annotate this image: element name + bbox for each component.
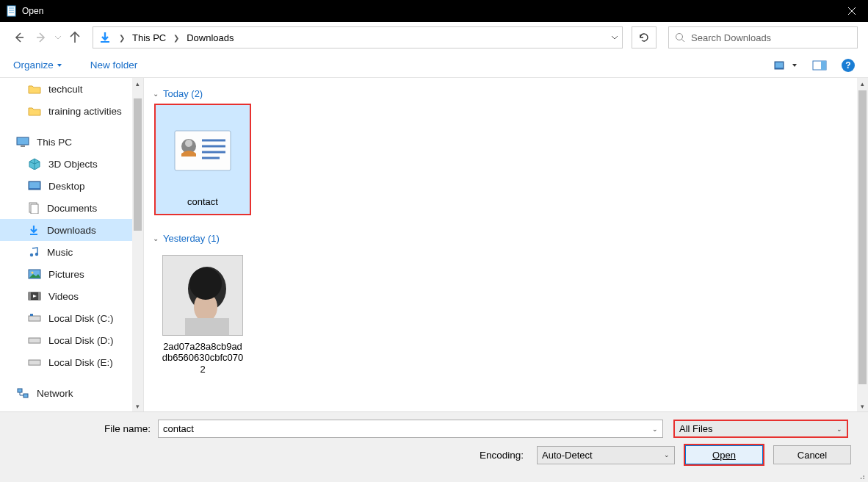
svg-rect-29: [38, 292, 40, 300]
sidebar-scrollbar[interactable]: ▴ ▾: [132, 78, 143, 411]
svg-rect-17: [21, 145, 25, 147]
recent-locations-button[interactable]: [54, 29, 62, 46]
sidebar-item-network[interactable]: Network: [0, 382, 132, 404]
image-thumbnail: [162, 255, 243, 336]
back-button[interactable]: [10, 29, 28, 46]
scroll-down-icon[interactable]: ▾: [857, 400, 868, 411]
desktop-icon: [28, 181, 41, 191]
svg-rect-31: [30, 314, 33, 316]
svg-rect-13: [775, 62, 783, 68]
close-button[interactable]: [835, 0, 868, 22]
group-header-today[interactable]: ⌄ Today (2): [153, 88, 851, 99]
scroll-down-icon[interactable]: ▾: [132, 400, 143, 411]
sidebar-item-downloads[interactable]: Downloads: [0, 219, 132, 241]
pictures-icon: [28, 269, 41, 279]
help-button[interactable]: ?: [842, 59, 855, 72]
breadcrumb-current[interactable]: Downloads: [187, 32, 234, 43]
svg-rect-15: [821, 61, 826, 70]
svg-rect-33: [29, 360, 40, 365]
svg-point-38: [185, 140, 192, 147]
filetype-select[interactable]: All Files ⌄: [673, 420, 848, 438]
file-item-contact[interactable]: contact: [156, 105, 250, 214]
resize-grip-icon[interactable]: ⣠: [859, 470, 866, 480]
chevron-down-icon: ⌄: [153, 234, 159, 242]
arrow-left-icon: [12, 31, 26, 44]
forward-button[interactable]: [32, 29, 50, 46]
scroll-up-icon[interactable]: ▴: [132, 78, 143, 89]
refresh-icon: [638, 32, 650, 43]
organize-button[interactable]: Organize: [13, 60, 62, 71]
sidebar-item-folder[interactable]: techcult: [0, 78, 132, 100]
filename-input[interactable]: contact ⌄: [158, 420, 663, 438]
breadcrumb-root[interactable]: This PC: [132, 32, 166, 43]
svg-rect-16: [17, 137, 29, 145]
scroll-up-icon[interactable]: ▴: [857, 78, 868, 89]
svg-line-11: [682, 40, 685, 43]
content-scrollbar[interactable]: ▴ ▾: [857, 78, 868, 411]
search-input[interactable]: Search Downloads: [668, 26, 858, 48]
sidebar-item-documents[interactable]: Documents: [0, 197, 132, 219]
view-button[interactable]: [774, 60, 798, 71]
sidebar-item-videos[interactable]: Videos: [0, 285, 132, 307]
svg-rect-35: [23, 394, 28, 398]
svg-rect-32: [29, 338, 40, 343]
sidebar-item-folder[interactable]: training activities: [0, 100, 132, 122]
sidebar-item-this-pc[interactable]: This PC: [0, 131, 132, 153]
sidebar-item-desktop[interactable]: Desktop: [0, 175, 132, 197]
breadcrumb-dropdown[interactable]: [607, 34, 622, 41]
file-item-photo[interactable]: 2ad07a28a8cb9addb6560630cbfc0702: [156, 250, 250, 381]
disk-icon: [28, 357, 41, 367]
search-placeholder: Search Downloads: [691, 32, 771, 43]
chevron-down-icon: [611, 34, 618, 41]
view-icon: [774, 60, 789, 71]
file-label: contact: [184, 195, 221, 214]
cube-icon: [28, 158, 41, 170]
chevron-down-icon: [54, 34, 62, 41]
chevron-right-icon: ❯: [170, 34, 182, 42]
caret-down-icon: [57, 62, 62, 68]
chevron-right-icon: ❯: [116, 34, 128, 42]
file-list[interactable]: ⌄ Today (2): [144, 78, 857, 411]
sidebar-item-pictures[interactable]: Pictures: [0, 263, 132, 285]
scrollbar-thumb[interactable]: [134, 98, 142, 231]
window-title: Open: [22, 6, 835, 16]
filename-label: File name:: [15, 423, 158, 434]
encoding-select[interactable]: Auto-Detect ⌄: [537, 446, 675, 464]
new-folder-button[interactable]: New folder: [90, 60, 138, 71]
preview-pane-button[interactable]: [812, 60, 827, 71]
notepad-icon: [6, 5, 18, 17]
svg-rect-34: [18, 389, 22, 392]
toolbar: Organize New folder ?: [0, 54, 868, 77]
svg-rect-30: [29, 316, 40, 321]
sidebar: techcult training activities This PC 3D …: [0, 78, 132, 411]
group-header-yesterday[interactable]: ⌄ Yesterday (1): [153, 233, 851, 244]
preview-icon: [812, 60, 827, 71]
computer-icon: [16, 137, 29, 147]
sidebar-item-disk-d[interactable]: Local Disk (D:): [0, 329, 132, 351]
downloads-icon: [98, 31, 112, 44]
svg-point-47: [189, 267, 222, 300]
breadcrumb[interactable]: ❯ This PC ❯ Downloads: [93, 26, 623, 48]
up-button[interactable]: [66, 29, 84, 46]
sidebar-item-disk-e[interactable]: Local Disk (E:): [0, 351, 132, 373]
navbar: ❯ This PC ❯ Downloads Search Downloads: [0, 22, 868, 54]
help-icon: ?: [845, 60, 850, 71]
svg-point-24: [35, 253, 38, 256]
arrow-up-icon: [68, 31, 82, 44]
encoding-label: Encoding:: [15, 450, 531, 461]
file-label: 2ad07a28a8cb9addb6560630cbfc0702: [159, 339, 247, 381]
svg-rect-28: [29, 292, 31, 300]
cancel-button[interactable]: Cancel: [773, 445, 851, 464]
scrollbar-thumb[interactable]: [858, 90, 867, 384]
sidebar-item-disk-c[interactable]: Local Disk (C:): [0, 307, 132, 329]
svg-rect-19: [29, 182, 40, 188]
videos-icon: [28, 291, 41, 301]
refresh-button[interactable]: [632, 26, 657, 48]
sidebar-item-music[interactable]: Music: [0, 241, 132, 263]
svg-point-26: [32, 272, 34, 274]
open-button[interactable]: Open: [685, 445, 763, 464]
sidebar-item-3d-objects[interactable]: 3D Objects: [0, 153, 132, 175]
footer: File name: contact ⌄ All Files ⌄ Encodin…: [0, 411, 868, 482]
contact-file-icon: [162, 109, 244, 192]
arrow-right-icon: [35, 31, 48, 44]
